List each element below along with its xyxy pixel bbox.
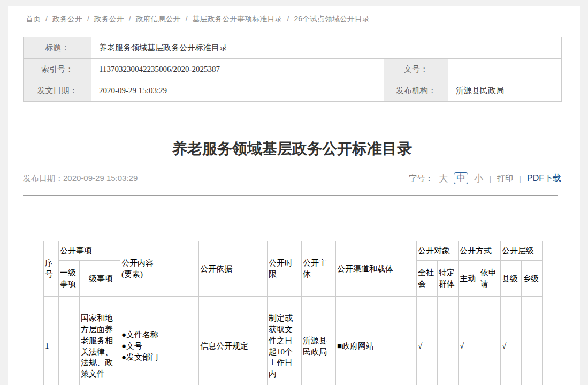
meta-index-label: 索引号：: [24, 59, 91, 80]
header-target-all: 全社会: [417, 261, 438, 297]
breadcrumb-divider: [23, 31, 562, 31]
font-size-medium-button[interactable]: 中: [454, 172, 468, 185]
header-seq: 序号: [44, 241, 59, 297]
breadcrumb-item-zwgk1[interactable]: 政务公开: [52, 14, 82, 24]
toolbar-separator: |: [519, 174, 521, 183]
meta-docnum-label: 文号：: [384, 59, 448, 80]
cell-seq: 1: [44, 297, 59, 385]
meta-org-value: 沂源县民政局: [448, 80, 562, 102]
header-basis: 公开依据: [199, 241, 268, 297]
cell-basis: 信息公开规定: [199, 297, 268, 385]
cell-target-specific: [438, 297, 459, 385]
cell-time-limit: 制定或获取文件之日起10个工作日内: [268, 297, 302, 385]
publish-date: 发布日期：2020-09-29 15:03:29: [23, 173, 138, 184]
content-panel: 首页 / 政务公开 / 政务公开 / 政府信息公开 / 基层政务公开事项标准目录…: [8, 6, 580, 385]
publish-date-value: 2020-09-29 15:03:29: [63, 173, 138, 183]
pdf-download-link[interactable]: PDF下载: [527, 173, 561, 184]
meta-title-label: 标题：: [24, 37, 91, 59]
print-button[interactable]: 打印: [497, 173, 513, 184]
breadcrumb-item-info-disclosure[interactable]: 政府信息公开: [136, 14, 181, 24]
cell-method-active: √: [459, 297, 479, 385]
catalog-table: 序号 公开事项 公开内容 (要素) 公开依据 公开时限 公开主体 公开渠道和载体…: [43, 241, 543, 385]
catalog-row: 1 国家和地方层面养老服务相关法律、法规、政策文件 ●文件名称 ●文号 ●发文部…: [44, 297, 543, 385]
meta-date-label: 发文日期：: [24, 80, 91, 102]
cell-level2: 国家和地方层面养老服务相关法律、法规、政策文件: [80, 297, 120, 385]
header-item-group: 公开事项: [59, 241, 120, 261]
cell-subject: 沂源县民政局: [302, 297, 336, 385]
header-level-group: 公开层级: [501, 241, 543, 261]
article-toolbar: 字号： 大 中 小 | 打印 | PDF下载: [409, 172, 561, 185]
cell-level-township: [522, 297, 543, 385]
breadcrumb-separator: /: [129, 14, 131, 24]
meta-index-value: 113703230042235006/2020-2025387: [91, 59, 384, 80]
header-method-active: 主动: [459, 261, 479, 297]
breadcrumb-item-pilot-catalog[interactable]: 26个试点领域公开目录: [294, 14, 370, 24]
cell-target-all: √: [417, 297, 438, 385]
meta-date-value: 2020-09-29 15:03:29: [91, 80, 384, 102]
publish-date-label: 发布日期：: [23, 173, 63, 183]
title-divider: [23, 195, 558, 196]
header-target-group: 公开对象: [417, 241, 459, 261]
breadcrumb-separator: /: [45, 14, 48, 24]
header-time-limit: 公开时限: [268, 241, 302, 297]
header-method-group: 公开方式: [459, 241, 501, 261]
breadcrumb-item-standard-catalog[interactable]: 基层政务公开事项标准目录: [193, 14, 282, 24]
meta-title-value: 养老服务领域基层政务公开标准目录: [91, 37, 562, 59]
meta-row-title: 标题： 养老服务领域基层政务公开标准目录: [24, 37, 562, 59]
cell-channel: ■政府网站: [336, 297, 417, 385]
toolbar-separator: |: [489, 174, 491, 183]
font-size-label: 字号：: [409, 173, 433, 184]
breadcrumb-separator: /: [287, 14, 289, 24]
header-level2: 二级事项: [80, 261, 120, 297]
cell-content: ●文件名称 ●文号 ●发文部门: [120, 297, 199, 385]
header-target-specific: 特定群体: [438, 261, 459, 297]
cell-level-county: √: [501, 297, 522, 385]
font-size-small-button[interactable]: 小: [474, 172, 483, 185]
cell-level1: [59, 297, 80, 385]
page-title: 养老服务领域基层政务公开标准目录: [23, 138, 561, 160]
article-info-bar: 发布日期：2020-09-29 15:03:29 字号： 大 中 小 | 打印 …: [23, 169, 561, 187]
header-level-township: 乡级: [522, 261, 543, 297]
font-size-large-button[interactable]: 大: [439, 172, 448, 185]
breadcrumb-item-zwgk2[interactable]: 政务公开: [94, 14, 124, 24]
catalog-header-row-1: 序号 公开事项 公开内容 (要素) 公开依据 公开时限 公开主体 公开渠道和载体…: [44, 241, 543, 261]
header-content: 公开内容 (要素): [120, 241, 199, 297]
header-subject: 公开主体: [302, 241, 336, 297]
breadcrumb-item-home[interactable]: 首页: [26, 14, 41, 24]
header-method-request: 依申请: [479, 261, 501, 297]
meta-row-index: 索引号： 113703230042235006/2020-2025387 文号：: [24, 59, 562, 80]
document-meta-table: 标题： 养老服务领域基层政务公开标准目录 索引号： 11370323004223…: [23, 37, 562, 102]
cell-method-request: [479, 297, 501, 385]
meta-org-label: 发布机构：: [384, 80, 448, 102]
header-level1: 一级事项: [59, 261, 80, 297]
breadcrumb: 首页 / 政务公开 / 政务公开 / 政府信息公开 / 基层政务公开事项标准目录…: [26, 14, 370, 24]
meta-row-date: 发文日期： 2020-09-29 15:03:29 发布机构： 沂源县民政局: [24, 80, 562, 102]
breadcrumb-separator: /: [87, 14, 89, 24]
meta-docnum-value: [448, 59, 562, 80]
header-channel: 公开渠道和载体: [336, 241, 417, 297]
header-level-county: 县级: [501, 261, 522, 297]
breadcrumb-separator: /: [186, 14, 188, 24]
